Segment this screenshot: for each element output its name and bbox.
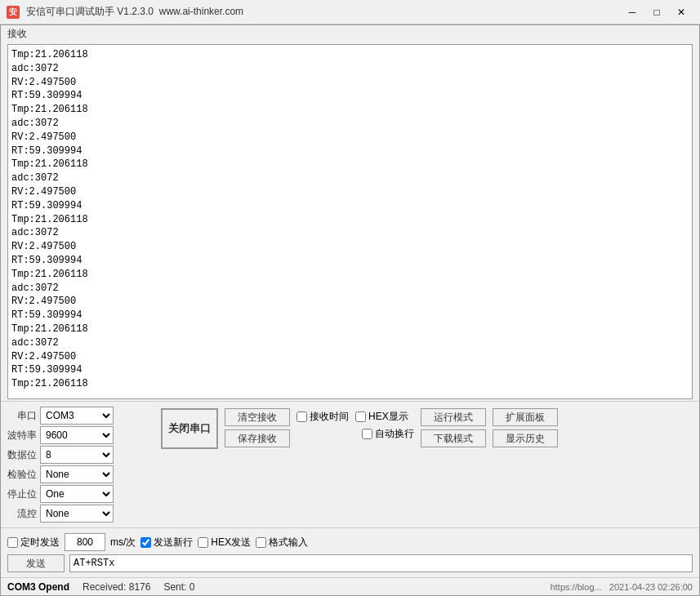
send-row2: 发送 [7, 554, 693, 572]
title-bar-left: 安 安信可串口调试助手 V1.2.3.0 www.ai-thinker.com [7, 5, 243, 19]
format-input-input[interactable] [256, 537, 266, 548]
receive-time-label: 接收时间 [310, 410, 349, 424]
title-bar-controls: ─ □ ✕ [620, 3, 693, 21]
port-label: 串口 [7, 409, 37, 423]
check-label: 检验位 [7, 468, 37, 482]
receive-time-input[interactable] [296, 411, 307, 422]
send-newline-checkbox[interactable]: 发送新行 [140, 536, 193, 549]
app-icon: 安 [7, 6, 20, 19]
timed-send-label: 定时发送 [20, 536, 60, 549]
controls-area: 串口 COM3 COM1 COM2 COM4 波特率 9600 1200 240… [1, 401, 699, 527]
auto-newline-checkbox[interactable]: 自动换行 [296, 427, 414, 441]
expand-buttons: 扩展面板 显示历史 [493, 407, 558, 447]
clear-receive-button[interactable]: 清空接收 [225, 408, 290, 426]
data-setting-row: 数据位 8 5 6 7 [7, 446, 154, 464]
option-row-1: 接收时间 HEX显示 [296, 410, 414, 424]
port-select[interactable]: COM3 COM1 COM2 COM4 [40, 407, 114, 425]
minimize-button[interactable]: ─ [620, 3, 644, 21]
expand-panel-button[interactable]: 扩展面板 [493, 408, 558, 426]
option-row-2: 自动换行 [296, 427, 414, 441]
mode-buttons: 运行模式 下载模式 [421, 407, 486, 447]
format-input-label: 格式输入 [269, 536, 308, 549]
data-select[interactable]: 8 5 6 7 [40, 446, 114, 464]
flow-select[interactable]: None RTS/CTS XON/XOFF [40, 505, 114, 523]
sent-status: Sent: 0 [163, 581, 194, 593]
show-history-button[interactable]: 显示历史 [493, 429, 558, 447]
main-window: 接收 串口 COM3 COM1 COM2 COM4 波特率 [0, 24, 700, 596]
hex-send-label: HEX发送 [211, 536, 251, 549]
receive-section-label: 接收 [1, 25, 699, 42]
com-status: COM3 Opend [7, 581, 69, 593]
receive-time-checkbox[interactable]: 接收时间 [296, 410, 349, 424]
status-left: COM3 Opend Received: 8176 Sent: 0 [7, 581, 195, 593]
send-newline-label: 发送新行 [154, 536, 193, 549]
serial-settings-panel: 串口 COM3 COM1 COM2 COM4 波特率 9600 1200 240… [7, 407, 154, 523]
auto-newline-input[interactable] [362, 429, 372, 439]
send-button[interactable]: 发送 [7, 554, 65, 572]
baud-label: 波特率 [7, 429, 37, 443]
baud-setting-row: 波特率 9600 1200 2400 4800 19200 38400 5760… [7, 426, 154, 444]
timed-send-checkbox[interactable]: 定时发送 [7, 536, 60, 549]
send-newline-input[interactable] [140, 537, 151, 548]
connect-button[interactable]: 关闭串口 [161, 408, 218, 449]
format-input-checkbox[interactable]: 格式输入 [256, 536, 308, 549]
flow-setting-row: 流控 None RTS/CTS XON/XOFF [7, 505, 154, 523]
send-area: 定时发送 ms/次 发送新行 HEX发送 格式输入 发送 [1, 527, 699, 577]
action-buttons: 清空接收 保存接收 [225, 407, 290, 447]
check-setting-row: 检验位 None Odd Even [7, 465, 154, 483]
interval-unit-label: ms/次 [110, 536, 136, 549]
stop-select[interactable]: One Two [40, 485, 114, 503]
flow-label: 流控 [7, 507, 37, 521]
interval-input[interactable] [65, 533, 105, 551]
auto-newline-label: 自动换行 [375, 427, 414, 441]
status-right: https://blog... 2021-04-23 02:26:00 [551, 582, 693, 592]
status-bar: COM3 Opend Received: 8176 Sent: 0 https:… [1, 577, 699, 595]
run-mode-button[interactable]: 运行模式 [421, 408, 486, 426]
receive-section [1, 42, 699, 401]
timed-send-input[interactable] [7, 537, 18, 548]
baud-select[interactable]: 9600 1200 2400 4800 19200 38400 57600 11… [40, 426, 114, 444]
port-setting-row: 串口 COM3 COM1 COM2 COM4 [7, 407, 154, 425]
hex-display-label: HEX显示 [368, 410, 408, 424]
save-receive-button[interactable]: 保存接收 [225, 429, 290, 447]
hex-display-checkbox[interactable]: HEX显示 [355, 410, 408, 424]
app-title: 安信可串口调试助手 V1.2.3.0 www.ai-thinker.com [26, 5, 243, 19]
controls-container: 串口 COM3 COM1 COM2 COM4 波特率 9600 1200 240… [7, 407, 693, 523]
maximize-button[interactable]: □ [644, 3, 669, 21]
send-input[interactable] [69, 554, 693, 572]
hex-display-input[interactable] [355, 411, 366, 422]
receive-textarea[interactable] [8, 45, 692, 398]
title-bar: 安 安信可串口调试助手 V1.2.3.0 www.ai-thinker.com … [0, 0, 700, 24]
hex-send-checkbox[interactable]: HEX发送 [198, 536, 251, 549]
status-datetime: 2021-04-23 02:26:00 [609, 582, 693, 592]
status-website: https://blog... [551, 582, 602, 592]
hex-send-input[interactable] [198, 537, 208, 548]
data-label: 数据位 [7, 448, 37, 462]
center-controls: 关闭串口 [161, 407, 218, 449]
stop-label: 停止位 [7, 487, 37, 501]
close-button[interactable]: ✕ [669, 3, 693, 21]
received-status: Received: 8176 [82, 581, 150, 593]
send-row1: 定时发送 ms/次 发送新行 HEX发送 格式输入 [7, 533, 693, 551]
options-area: 接收时间 HEX显示 自动换行 [296, 407, 414, 441]
download-mode-button[interactable]: 下载模式 [421, 429, 486, 447]
stop-setting-row: 停止位 One Two [7, 485, 154, 503]
check-select[interactable]: None Odd Even [40, 465, 114, 483]
